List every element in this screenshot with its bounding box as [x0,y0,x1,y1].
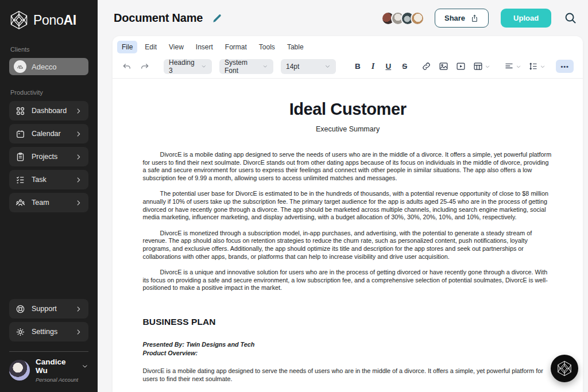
chevron-right-icon [75,305,82,313]
team-icon [16,198,25,208]
doc-presented-by: Presented By: Twin Designs and Tech Prod… [143,340,553,358]
menu-view[interactable]: View [164,41,188,53]
user-avatar [9,360,30,381]
insert-group [421,61,490,71]
ponoai-assistant-button[interactable] [551,355,578,382]
edit-title-icon[interactable] [211,12,223,24]
sidebar-item-dashboard[interactable]: Dashboard [9,101,88,121]
sidebar-item-task[interactable]: Task [9,170,88,189]
font-family-dropdown[interactable]: System Font [219,59,273,74]
sidebar-item-adecco[interactable]: Adecco [9,58,88,75]
ponoai-logo-icon [9,10,29,30]
chevron-down-icon[interactable] [82,363,88,370]
sidebar-item-team[interactable]: Team [9,193,88,212]
menu-table[interactable]: Table [283,41,308,53]
line-spacing-icon [528,61,538,71]
sidebar-item-label: Settings [32,328,75,336]
sidebar-item-label: Team [32,199,75,207]
strikethrough-button[interactable]: S [402,63,407,71]
menu-insert[interactable]: Insert [191,41,218,53]
clients-section-label: Clients [10,46,88,53]
chevron-down-icon [516,64,521,69]
main-area: Document Name Share Upload [98,0,588,392]
document-page: Ideal Customer Executive Summary DivorcE… [143,79,553,392]
sidebar-divider [9,351,88,352]
sidebar-item-label: Task [32,176,75,184]
sidebar-item-label: Dashboard [32,107,75,115]
editor-panel: File Edit View Insert Format Tools Table… [113,36,583,392]
account-type: Personal Account [36,377,88,383]
sidebar-item-support[interactable]: Support [9,299,88,319]
sidebar-item-label: Projects [32,153,75,161]
underline-button[interactable]: U [385,63,391,71]
menu-edit[interactable]: Edit [140,41,161,53]
productivity-section-label: Productivity [10,89,88,96]
chevron-down-icon [201,63,207,69]
sidebar-item-calendar[interactable]: Calendar [9,124,88,143]
formatting-toolbar: Heading 3 System Font 14pt B I U S [113,55,583,79]
adecco-avatar [14,60,26,73]
doc-heading: Ideal Customer [143,100,553,119]
document-canvas[interactable]: Ideal Customer Executive Summary DivorcE… [113,79,583,392]
paragraph-style-dropdown[interactable]: Heading 3 [164,59,212,74]
sidebar-item-projects[interactable]: Projects [9,147,88,166]
app-window: PonoAI Clients Adecco Productivity Dashb… [0,0,588,392]
chevron-down-icon [324,63,331,69]
italic-button[interactable]: I [372,62,375,71]
upload-button[interactable]: Upload [501,9,551,28]
support-icon [16,304,25,314]
doc-subtitle: Executive Summary [143,125,553,133]
document-title: Document Name [114,11,203,25]
search-icon[interactable] [564,11,577,25]
table-icon [473,61,483,71]
chevron-right-icon [75,107,82,115]
task-icon [16,175,25,185]
menu-file[interactable]: File [117,41,137,53]
menu-format[interactable]: Format [220,41,252,53]
collaborator-avatar [411,11,424,25]
sidebar-item-label: Support [32,305,75,313]
chevron-down-icon [262,63,268,69]
menu-tools[interactable]: Tools [254,41,280,53]
dashboard-icon [16,106,25,116]
client-name: Adecco [32,63,56,71]
image-icon[interactable] [439,61,448,71]
sidebar: PonoAI Clients Adecco Productivity Dashb… [0,0,98,392]
more-options-button[interactable]: ••• [556,60,574,73]
alignment-group [504,61,546,71]
font-size-dropdown[interactable]: 14pt [281,59,336,74]
projects-icon [16,152,25,162]
undo-icon[interactable] [122,61,132,72]
chevron-down-icon [485,64,490,69]
redo-icon[interactable] [140,61,150,72]
insert-table-control[interactable] [473,61,490,71]
doc-paragraph: DivorcE is a mobile dating app designed … [143,151,553,183]
doc-paragraph: DivorcE is a unique and innovative solut… [143,269,553,292]
share-button[interactable]: Share [435,9,489,28]
chevron-right-icon [75,328,82,336]
sidebar-item-settings[interactable]: Settings [9,322,88,341]
app-logo: PonoAI [9,10,88,30]
sidebar-spacer [9,216,88,299]
sidebar-item-label: Calendar [32,130,75,138]
chevron-down-icon [540,64,546,69]
user-profile[interactable]: Candice Wu Personal Account [9,358,88,383]
doc-paragraph: The potential user base for DivorcE is e… [143,190,553,222]
align-left-icon [504,61,514,71]
video-icon[interactable] [456,61,466,71]
top-bar: Document Name Share Upload [98,0,588,36]
settings-icon [16,327,25,337]
topbar-actions: Share Upload [381,9,577,28]
align-control[interactable] [504,61,521,71]
doc-section-heading: BUSINESS PLAN [143,317,553,327]
collaborator-avatars[interactable] [381,11,424,25]
chevron-right-icon [75,153,82,161]
calendar-icon [16,129,25,139]
link-icon[interactable] [421,61,431,71]
bold-button[interactable]: B [355,63,361,71]
doc-paragraph: DivorcE is monetized through a subscript… [143,230,553,261]
line-spacing-control[interactable] [528,61,546,71]
chevron-right-icon [75,176,82,184]
menu-bar: File Edit View Insert Format Tools Table [113,36,583,55]
brand-name: PonoAI [33,13,76,28]
